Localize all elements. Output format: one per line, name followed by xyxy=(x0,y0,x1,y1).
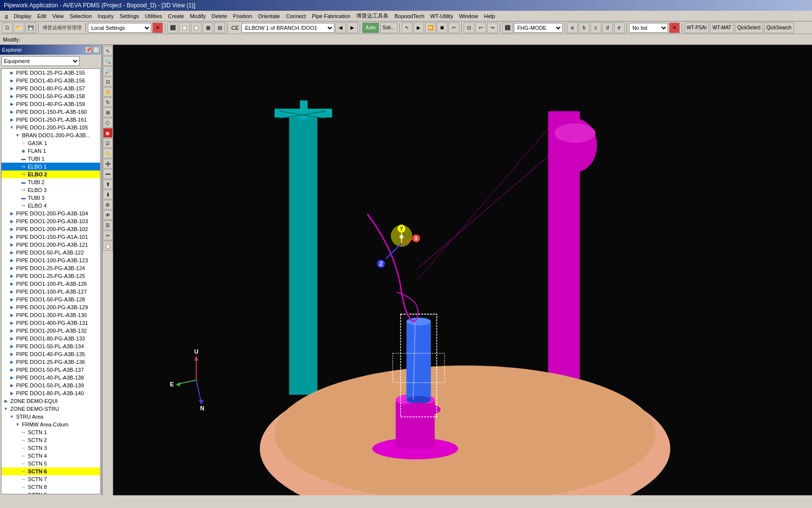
icon-view-sel[interactable]: 👁 xyxy=(103,210,113,220)
tree-item-pipe156[interactable]: ▶PIPE DOO1-40-PG-A3B-156 xyxy=(1,77,100,85)
icon-zoom-box[interactable]: ⊡ xyxy=(103,77,113,86)
menu-connect[interactable]: Connect xyxy=(283,12,309,20)
tree-item-tubi2[interactable]: ▬TUBI 2 xyxy=(1,178,100,186)
tree-item-pipe137[interactable]: ▶PIPE DOO1-50-PL-A3B-137 xyxy=(1,366,100,374)
tree-item-pipe133[interactable]: ▶PIPE DOO1-80-PG-A3B-133 xyxy=(1,335,100,342)
tree-item-pipe157[interactable]: ▶PIPE DOO1-80-PG-A3B-157 xyxy=(1,85,100,92)
tree-item-pipe121[interactable]: ▶PIPE DOO1-200-PG-A3B-121 xyxy=(1,241,100,249)
icon-measure[interactable]: 📏 xyxy=(103,148,113,158)
menu-g[interactable]: g xyxy=(2,12,11,20)
tree-item-sctn2[interactable]: ─SCTN 2 xyxy=(1,436,100,444)
tree-item-sctn1[interactable]: ─SCTN 1 xyxy=(1,428,100,436)
icon-cursor[interactable]: ↖ xyxy=(103,46,113,56)
tree-item-pipe105[interactable]: ▼PIPE DOO1-200-PG-A3B-105 xyxy=(1,124,100,131)
toolbar-btn-next[interactable]: ▶ xyxy=(347,22,358,33)
toolbar-btn-save[interactable]: 💾 xyxy=(25,22,36,33)
toolbar-btn-x[interactable]: ✕ xyxy=(152,22,163,33)
equipment-dropdown[interactable]: Equipment xyxy=(1,56,80,66)
tree-item-pipe161[interactable]: ▶PIPE DOO1-250-PL-A3B-161 xyxy=(1,116,100,124)
icon-list[interactable]: ☰ xyxy=(103,220,113,230)
tree-item-pipe131[interactable]: ▶PIPE DOO1-400-PG-A3B-131 xyxy=(1,319,100,327)
tree-item-pipe132[interactable]: ▶PIPE DOO1-200-PL-A3B-132 xyxy=(1,327,100,335)
tree-item-tubi3[interactable]: ▬TUBI 3 xyxy=(1,194,100,202)
tree-item-pipe104[interactable]: ▶PIPE DOO1-200-PG-A3B-104 xyxy=(1,210,100,217)
toolbar-fit[interactable]: ⊡ xyxy=(464,22,474,33)
toolbar-redo[interactable]: ↪ xyxy=(487,22,498,33)
icon-minus[interactable]: ➖ xyxy=(103,169,113,179)
menu-display[interactable]: Display xyxy=(11,12,34,20)
explorer-close-btn[interactable]: ✕ xyxy=(93,46,100,53)
wt-psai-btn[interactable]: WT-PSAI xyxy=(684,22,709,33)
icon-arrow-down[interactable]: ⬇ xyxy=(103,190,113,199)
menu-edit[interactable]: Edit xyxy=(34,12,49,20)
tree-item-sctn7[interactable]: ─SCTN 7 xyxy=(1,475,100,483)
tree-item-pipe139[interactable]: ▶PIPE DOO1-50-PL-A3B-139 xyxy=(1,381,100,389)
element-dropdown[interactable]: ELBOW 1 of BRANCH /DOO1 xyxy=(242,23,334,33)
toolbar-btn-d[interactable]: d xyxy=(602,22,613,33)
icon-red[interactable]: ◉ xyxy=(103,128,113,138)
icon-clip[interactable]: ✂ xyxy=(103,231,113,240)
tree-item-pipe103[interactable]: ▶PIPE DOO1-200-PG-A3B-103 xyxy=(1,217,100,225)
toolbar-btn-open[interactable]: 📂 xyxy=(14,22,24,33)
menu-utilities[interactable]: Utilities xyxy=(142,12,165,20)
tree-item-pipe128[interactable]: ▶PIPE DOO1-50-PG-A3B-128 xyxy=(1,296,100,303)
icon-clip2[interactable]: 📋 xyxy=(103,241,113,251)
tree-item-sctn3[interactable]: ─SCTN 3 xyxy=(1,444,100,452)
tree-item-elbo1[interactable]: ↪ELBO 1 xyxy=(1,163,100,170)
tree-item-pipe130[interactable]: ▶PIPE DOO1-350-PL-A3B-130 xyxy=(1,311,100,319)
toolbar-btn-a[interactable]: a xyxy=(567,22,578,33)
toolbar-btn-icon1[interactable]: ⬛ xyxy=(167,22,178,33)
toolbar-btn-e[interactable]: e xyxy=(614,22,625,33)
tree-item-pipe159[interactable]: ▶PIPE DOO1-40-PG-A3B-159 xyxy=(1,100,100,108)
tree-item-zoneDemoStru[interactable]: ▼ZONE DEMO-STRU xyxy=(1,405,100,413)
tree-item-sctn8[interactable]: ─SCTN 8 xyxy=(1,483,100,491)
tree-item-pipe125[interactable]: ▶PIPE DOO1-25-PG-A3B-125 xyxy=(1,272,100,280)
icon-fit[interactable]: ⊞ xyxy=(103,107,113,117)
toolbar-btn-icon3[interactable]: 📋 xyxy=(191,22,202,33)
tree-item-pipe127[interactable]: ▶PIPE DOO1-100-PL-A3B-127 xyxy=(1,288,100,296)
tree-item-pipe140[interactable]: ▶PIPE DOO1-80-PL-A3B-140 xyxy=(1,389,100,397)
tree-item-pipe158[interactable]: ▶PIPE DOO1-50-PG-A3B-158 xyxy=(1,92,100,100)
toolbar-btn-icon2[interactable]: 📋 xyxy=(179,22,190,33)
wt-mat-btn[interactable]: WT-MAT xyxy=(710,22,734,33)
tree-item-pipe122[interactable]: ▶PIPE DOO1-50-PL-A3B-122 xyxy=(1,249,100,256)
menu-help[interactable]: Help xyxy=(481,12,498,20)
tree-item-frmw[interactable]: ▼FRMW Area-Colum xyxy=(1,421,100,428)
icon-zoom-out[interactable]: 🔎 xyxy=(103,66,113,76)
toolbar-undo[interactable]: ↩ xyxy=(475,22,486,33)
icon-iso[interactable]: ⬡ xyxy=(103,118,113,127)
menu-wt-utility[interactable]: WT-Utility xyxy=(427,12,456,20)
quick-select-btn[interactable]: QickSelect xyxy=(735,22,763,33)
menu-boopuda-tools[interactable]: 博普达工具条 xyxy=(353,11,391,21)
menu-settings[interactable]: Settings xyxy=(117,12,142,20)
menu-modify[interactable]: Modify xyxy=(187,12,208,20)
tree-item-pipe138[interactable]: ▶PIPE DOO1-40-PL-A3B-138 xyxy=(1,374,100,381)
tree-item-zoneDemoEqui[interactable]: ▶ZONE DEMO-EQUI xyxy=(1,397,100,405)
tree-item-bran105[interactable]: ▼BRAN DOO1-200-PG-A3B... xyxy=(1,131,100,139)
toolbar-btn-icon5[interactable]: ▤ xyxy=(214,22,225,33)
tree-item-sctn5[interactable]: ─SCTN 5 xyxy=(1,460,100,467)
toolbar-play[interactable]: ▶ xyxy=(413,22,424,33)
tree-item-tubi1[interactable]: ▬TUBI 1 xyxy=(1,155,100,163)
toolbar-btn-icon4[interactable]: ▦ xyxy=(203,22,213,33)
menu-inquiry[interactable]: Inquiry xyxy=(95,12,117,20)
tree-item-elbo3[interactable]: ↪ELBO 3 xyxy=(1,186,100,194)
menu-bopoodtech[interactable]: BopoodTech xyxy=(391,12,427,20)
menu-delete[interactable]: Delete xyxy=(209,12,230,20)
tree-item-pipe155[interactable]: ▶PIPE DOO1-25-PG-A3B-155 xyxy=(1,69,100,77)
menu-pipe-fab[interactable]: Pipe Fabrication xyxy=(309,12,354,20)
tree-item-flan1[interactable]: ◉FLAN 1 xyxy=(1,147,100,155)
toolbar-btn-c[interactable]: c xyxy=(590,22,601,33)
toolbar-pointer[interactable]: ↖ xyxy=(402,22,412,33)
quick-search-btn[interactable]: QickSearch xyxy=(764,22,794,33)
solid-btn[interactable]: Soli... xyxy=(380,22,397,33)
icon-pan[interactable]: ✋ xyxy=(103,87,113,97)
tree-item-sctn4[interactable]: ─SCTN 4 xyxy=(1,452,100,460)
tree-container[interactable]: ▶PIPE DOO1-25-PG-A3B-155▶PIPE DOO1-40-PG… xyxy=(1,68,101,494)
tree-item-elbo2[interactable]: ↪ELBO 2 xyxy=(1,170,100,178)
tree-item-pipe136[interactable]: ▶PIPE DOO1-25-PG-A3B-136 xyxy=(1,358,100,366)
icon-plus[interactable]: ➕ xyxy=(103,159,113,169)
menu-orientate[interactable]: Orientate xyxy=(255,12,283,20)
toolbar-btn-new[interactable]: 🗋 xyxy=(2,22,13,33)
tree-item-pipe135[interactable]: ▶PIPE DOO1-40-PG-A3B-135 xyxy=(1,350,100,358)
